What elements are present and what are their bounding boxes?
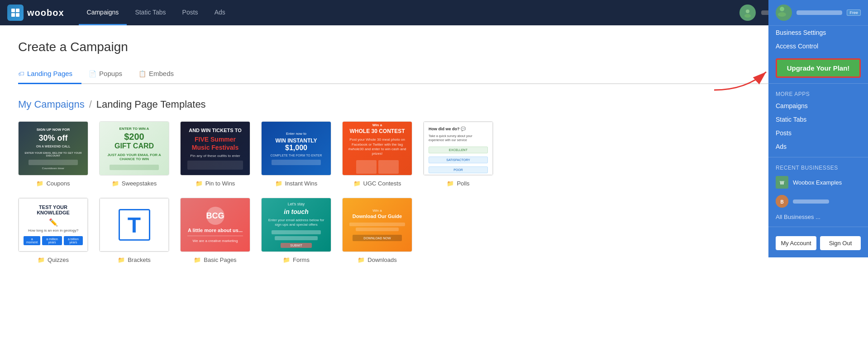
dropdown-app-ads[interactable]: Ads [768, 140, 868, 153]
folder-icon: 📁 [112, 180, 119, 187]
bottom-buttons: My Account Sign Out [768, 231, 868, 250]
folder-icon: 📁 [36, 180, 43, 187]
nav-static-tabs[interactable]: Static Tabs [127, 0, 174, 25]
recent-biz-name-bar-2 [793, 199, 829, 204]
page-title: Create a Campaign [18, 40, 850, 54]
divider-2 [768, 157, 868, 157]
nav-links: Campaigns Static Tabs Posts Ads [79, 0, 740, 25]
svg-point-5 [744, 14, 751, 18]
tab-landing-pages[interactable]: 🏷 Landing Pages [18, 65, 81, 84]
dropdown-panel: Free Business Settings Access Control Up… [768, 0, 868, 257]
template-thumb-coupons: SIGN UP NOW FOR 30% off ON A WEEKEND CAL… [18, 121, 88, 176]
user-avatar [739, 5, 756, 21]
recent-businesses-label: RECENT BUSINESSES [768, 161, 868, 173]
template-grid-row2: TEST YOUR KNOWLEDGE ✏️ How long is an eo… [18, 198, 850, 263]
template-label-pinwins: 📁 Pin to Wins [196, 180, 235, 187]
more-apps-section-label: MORE APPS [768, 87, 868, 99]
svg-rect-1 [16, 9, 19, 12]
tab-popups[interactable]: 📄 Popups [89, 65, 131, 84]
template-forms[interactable]: Let's stay in touch Enter your email add… [261, 198, 331, 263]
template-label-brackets: 📁 Brackets [118, 256, 151, 263]
recent-biz-first[interactable]: W Woobox Examples [768, 173, 868, 192]
template-ugccontests[interactable]: Win a WHOLE 30 CONTEST Post your Whole 3… [342, 121, 412, 187]
svg-text:B: B [780, 199, 783, 204]
breadcrumb: My Campaigns / Landing Page Templates [18, 99, 850, 110]
folder-icon: 📁 [358, 256, 365, 263]
landing-pages-icon: 🏷 [18, 70, 24, 77]
dropdown-app-static-tabs[interactable]: Static Tabs [768, 113, 868, 126]
embeds-icon: 📋 [138, 70, 146, 77]
nav-posts[interactable]: Posts [174, 0, 206, 25]
template-thumb-pinwins: AND WIN TICKETS TO FIVE Summer Music Fes… [180, 121, 250, 176]
svg-point-4 [746, 9, 749, 13]
divider-1 [768, 83, 868, 84]
folder-icon: 📁 [38, 256, 45, 263]
top-navigation: woobox Campaigns Static Tabs Posts Ads F… [0, 0, 868, 25]
template-label-ugc: 📁 UGC Contests [353, 180, 401, 187]
dropdown-business-settings[interactable]: Business Settings [768, 26, 868, 39]
svg-rect-3 [16, 13, 19, 17]
template-brackets[interactable]: T 📁 Brackets [99, 198, 169, 263]
template-quizzes[interactable]: TEST YOUR KNOWLEDGE ✏️ How long is an eo… [18, 198, 88, 263]
template-thumb-basicpages: BCG A little more about us... We are a c… [180, 198, 250, 252]
popups-icon: 📄 [89, 70, 96, 77]
breadcrumb-current-page: Landing Page Templates [96, 99, 206, 110]
template-thumb-ugc: Win a WHOLE 30 CONTEST Post your Whole 3… [342, 121, 412, 176]
logo-text: woobox [27, 8, 64, 18]
recent-biz-second[interactable]: B [768, 192, 868, 211]
breadcrumb-my-campaigns[interactable]: My Campaigns [18, 99, 85, 110]
template-thumb-quizzes: TEST YOUR KNOWLEDGE ✏️ How long is an eo… [18, 198, 88, 252]
my-account-button[interactable]: My Account [776, 236, 816, 250]
template-coupons[interactable]: SIGN UP NOW FOR 30% off ON A WEEKEND CAL… [18, 121, 88, 187]
template-thumb-downloads: Win a Download Our Guide DOWNLOAD NOW [342, 198, 412, 252]
dropdown-app-posts[interactable]: Posts [768, 126, 868, 140]
recent-biz-avatar-2: B [776, 195, 788, 208]
divider-3 [768, 227, 868, 227]
dropdown-access-control[interactable]: Access Control [768, 39, 868, 53]
svg-rect-0 [11, 9, 15, 12]
template-label-downloads: 📁 Downloads [358, 256, 396, 263]
template-instantwins[interactable]: Enter now to WIN INSTANTLY $1,000 COMPLE… [261, 121, 331, 187]
template-label-polls: 📁 Polls [447, 180, 469, 187]
recent-biz-name-woobox: Woobox Examples [793, 179, 842, 186]
svg-point-8 [778, 12, 786, 17]
template-label-sweepstakes: 📁 Sweepstakes [112, 180, 157, 187]
main-content: Create a Campaign 🏷 Landing Pages 📄 Popu… [0, 25, 868, 337]
template-pinwins[interactable]: AND WIN TICKETS TO FIVE Summer Music Fes… [180, 121, 250, 187]
template-label-forms: 📁 Forms [283, 256, 310, 263]
svg-text:W: W [780, 180, 784, 185]
folder-icon: 📁 [275, 180, 282, 187]
template-basicpages[interactable]: BCG A little more about us... We are a c… [180, 198, 250, 263]
template-downloads[interactable]: Win a Download Our Guide DOWNLOAD NOW 📁 … [342, 198, 412, 263]
dropdown-username-bar [796, 10, 842, 15]
breadcrumb-separator: / [89, 99, 92, 110]
folder-icon: 📁 [447, 180, 454, 187]
template-thumb-instantwins: Enter now to WIN INSTANTLY $1,000 COMPLE… [261, 121, 331, 176]
folder-icon: 📁 [196, 180, 203, 187]
upgrade-plan-button[interactable]: Upgrade Your Plan! [776, 58, 861, 78]
folder-icon: 📁 [118, 256, 125, 263]
folder-icon: 📁 [353, 180, 361, 187]
dropdown-app-campaigns[interactable]: Campaigns [768, 99, 868, 113]
nav-campaigns[interactable]: Campaigns [79, 0, 127, 25]
template-thumb-forms: Let's stay in touch Enter your email add… [261, 198, 331, 252]
sign-out-button[interactable]: Sign Out [820, 236, 861, 250]
template-label-quizzes: 📁 Quizzes [38, 256, 69, 263]
all-businesses-link[interactable]: All Businesses ... [768, 211, 868, 223]
template-label-instantwins: 📁 Instant Wins [275, 180, 318, 187]
template-thumb-polls: How did we do? 💬 Take a quick survey abo… [423, 121, 493, 176]
svg-point-7 [780, 7, 784, 11]
tab-embeds[interactable]: 📋 Embeds [138, 65, 183, 84]
template-grid-row1: SIGN UP NOW FOR 30% off ON A WEEKEND CAL… [18, 121, 850, 187]
logo-area[interactable]: woobox [7, 5, 64, 21]
folder-icon: 📁 [194, 256, 201, 263]
template-thumb-sweepstakes: ENTER TO WIN A $200 GIFT CARD JUST ADD Y… [99, 121, 169, 176]
svg-rect-2 [11, 13, 15, 17]
woobox-logo-icon [7, 5, 24, 21]
template-thumb-brackets: T [99, 198, 169, 252]
dropdown-avatar [776, 5, 792, 21]
template-polls[interactable]: How did we do? 💬 Take a quick survey abo… [423, 121, 493, 187]
recent-biz-avatar-1: W [776, 176, 788, 189]
template-sweepstakes[interactable]: ENTER TO WIN A $200 GIFT CARD JUST ADD Y… [99, 121, 169, 187]
nav-ads[interactable]: Ads [206, 0, 234, 25]
